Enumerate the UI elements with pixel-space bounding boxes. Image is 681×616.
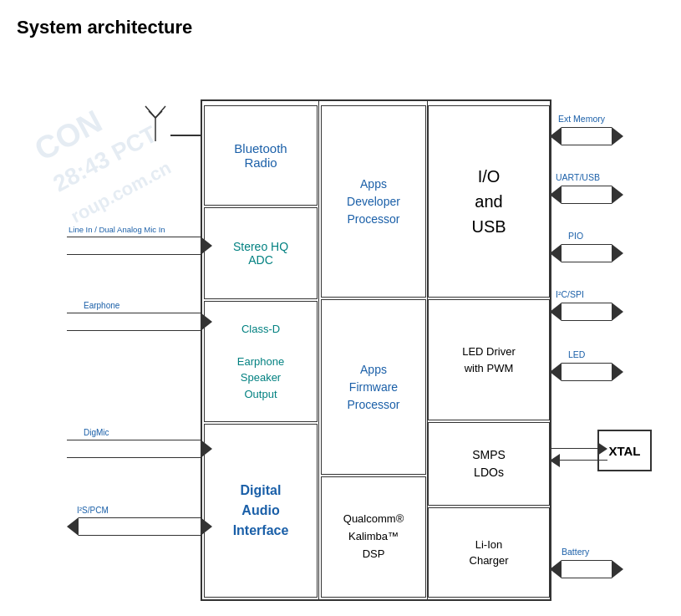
block-stereo: Stereo HQ ADC: [204, 207, 318, 299]
antenna-icon: [140, 99, 170, 143]
i2c-spi-label: I²C/SPI: [556, 289, 584, 299]
block-digital: Digital Audio Interface: [204, 424, 318, 598]
architecture-diagram: CON 28:43 PCT roup.com.cn Bluetooth Radi…: [17, 53, 668, 616]
svg-line-3: [149, 111, 155, 118]
ext-memory-label: Ext Memory: [558, 114, 605, 124]
pio-label: PIO: [568, 231, 583, 241]
page-title: System architecture: [17, 17, 664, 38]
block-bluetooth: Bluetooth Radio: [204, 105, 318, 206]
block-classd: Class-D Earphone Speaker Output: [204, 301, 318, 422]
xtal-arrow-left: [550, 453, 607, 467]
block-apps-developer: Apps Developer Processor: [321, 105, 426, 298]
line-in-label: Line In / Dual Analog Mic In: [69, 225, 165, 234]
earphone-arrow: [67, 313, 212, 331]
digmic-label: DigMic: [84, 428, 109, 437]
uart-usb-label: UART/USB: [556, 172, 600, 182]
line-in-arrow: [67, 237, 212, 255]
block-led: LED Driver with PWM: [428, 299, 550, 420]
block-io: I/O and USB: [428, 105, 550, 298]
ext-memory-arrow: [550, 127, 623, 145]
antenna-line: [170, 135, 202, 136]
i2c-spi-arrow: [550, 303, 623, 321]
block-apps-firmware: Apps Firmware Processor: [321, 299, 426, 475]
block-smps: SMPS LDOs: [428, 422, 550, 506]
led-arrow: [550, 363, 623, 381]
digmic-arrow: [67, 440, 212, 458]
led-label: LED: [568, 349, 585, 359]
battery-label: Battery: [562, 547, 589, 557]
block-liion: Li-Ion Charger: [428, 507, 550, 598]
uart-usb-arrow: [550, 186, 623, 204]
battery-arrow: [550, 560, 623, 578]
earphone-label: Earphone: [84, 301, 119, 310]
i2s-pcm-label: I²S/PCM: [77, 506, 109, 515]
svg-line-4: [155, 111, 162, 118]
i2s-pcm-arrow: [67, 517, 212, 536]
pio-arrow: [550, 244, 623, 262]
block-dsp: Qualcomm® Kalimba™ DSP: [321, 476, 426, 598]
